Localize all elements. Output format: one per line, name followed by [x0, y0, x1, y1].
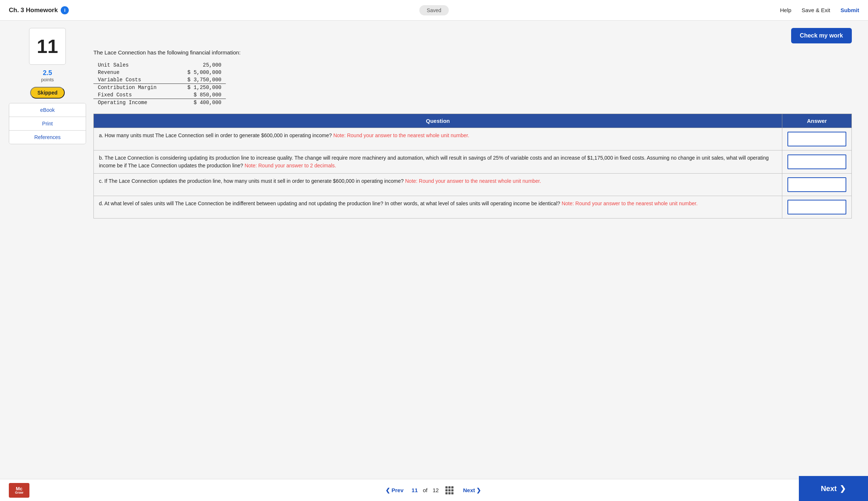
ebook-button[interactable]: eBook [9, 103, 86, 117]
financial-label: Contribution Margin [93, 84, 174, 92]
answer-col-header: Answer [782, 114, 852, 128]
mcgraw-logo: Mc Graw [9, 483, 29, 498]
financial-row: Fixed Costs$ 850,000 [93, 91, 226, 99]
financial-value: $ 3,750,000 [174, 76, 226, 84]
next-pagination-button[interactable]: Next ❯ [460, 486, 484, 495]
question-text: a. How many units must The Lace Connecti… [99, 132, 333, 138]
financial-value: 25,000 [174, 61, 226, 69]
help-link[interactable]: Help [780, 7, 791, 13]
info-icon[interactable]: i [61, 6, 69, 14]
points-value: 2.5 [41, 69, 54, 77]
financial-value: $ 5,000,000 [174, 69, 226, 76]
answer-cell [782, 150, 852, 174]
answer-input-a[interactable] [787, 132, 846, 146]
question-cell: b. The Lace Connection is considering up… [94, 150, 782, 174]
logo-mc: Mc [16, 486, 22, 491]
question-note: Note: Round your answer to 2 decimals. [245, 163, 336, 168]
sidebar-resources: eBook Print References [9, 103, 86, 144]
financial-row: Revenue$ 5,000,000 [93, 69, 226, 76]
financial-row: Contribution Margin$ 1,250,000 [93, 84, 226, 92]
financial-value: $ 850,000 [174, 91, 226, 99]
financial-label: Operating Income [93, 99, 174, 107]
question-number: 11 [37, 35, 58, 57]
question-number-box: 11 [29, 28, 66, 65]
check-work-button[interactable]: Check my work [791, 28, 852, 43]
intro-text: The Lace Connection has the following fi… [93, 49, 852, 56]
prev-label: Prev [392, 487, 404, 493]
footer: Mc Graw ❮ Prev 11 of 12 Next ❯ [0, 479, 868, 501]
financial-row: Operating Income$ 400,000 [93, 99, 226, 107]
prev-chevron-icon: ❮ [385, 487, 390, 494]
financial-value: $ 1,250,000 [174, 84, 226, 92]
question-text: b. The Lace Connection is considering up… [99, 155, 769, 168]
sidebar: 11 2.5 points Skipped eBook Print Refere… [9, 28, 86, 472]
prev-button[interactable]: ❮ Prev [383, 486, 407, 495]
pagination: ❮ Prev 11 of 12 Next ❯ [383, 486, 484, 495]
question-text: d. At what level of sales units will The… [99, 200, 562, 206]
table-row: d. At what level of sales units will The… [94, 196, 852, 218]
page-of-label: of [423, 487, 428, 493]
answer-input-b[interactable] [787, 154, 846, 169]
financial-label: Revenue [93, 69, 174, 76]
answer-cell [782, 196, 852, 218]
points-section: 2.5 points [41, 69, 54, 82]
save-exit-link[interactable]: Save & Exit [802, 7, 830, 13]
next-button[interactable]: Next ❯ [799, 476, 868, 501]
grid-view-button[interactable] [444, 486, 455, 495]
answer-input-d[interactable] [787, 200, 846, 214]
financial-value: $ 400,000 [174, 99, 226, 107]
skipped-badge[interactable]: Skipped [30, 87, 65, 99]
top-nav: Ch. 3 Homework i Saved Help Save & Exit … [0, 0, 868, 21]
financial-row: Variable Costs$ 3,750,000 [93, 76, 226, 84]
answer-cell [782, 174, 852, 196]
page-title: Ch. 3 Homework i [9, 6, 69, 14]
next-btn-label: Next [821, 484, 837, 493]
main-content: 11 2.5 points Skipped eBook Print Refere… [0, 21, 868, 479]
content-area: Check my work The Lace Connection has th… [86, 28, 859, 472]
financial-label: Fixed Costs [93, 91, 174, 99]
question-text: c. If The Lace Connection updates the pr… [99, 178, 405, 184]
submit-link[interactable]: Submit [840, 7, 859, 13]
financial-table: Unit Sales25,000Revenue$ 5,000,000Variab… [93, 61, 226, 106]
print-button[interactable]: Print [9, 117, 86, 131]
logo-graw: Graw [15, 491, 24, 494]
answer-cell [782, 128, 852, 150]
question-note: Note: Round your answer to the nearest w… [333, 132, 469, 138]
question-cell: d. At what level of sales units will The… [94, 196, 782, 218]
next-chevron-icon: ❯ [476, 487, 481, 494]
question-cell: c. If The Lace Connection updates the pr… [94, 174, 782, 196]
grid-icon [445, 486, 453, 494]
table-row: a. How many units must The Lace Connecti… [94, 128, 852, 150]
financial-row: Unit Sales25,000 [93, 61, 226, 69]
table-row: c. If The Lace Connection updates the pr… [94, 174, 852, 196]
answer-input-c[interactable] [787, 177, 846, 192]
table-row: b. The Lace Connection is considering up… [94, 150, 852, 174]
next-label: Next [463, 487, 475, 493]
top-nav-actions: Help Save & Exit Submit [780, 7, 859, 13]
title-text: Ch. 3 Homework [9, 7, 58, 14]
question-cell: a. How many units must The Lace Connecti… [94, 128, 782, 150]
financial-label: Variable Costs [93, 76, 174, 84]
current-page: 11 [412, 487, 418, 493]
saved-badge: Saved [419, 5, 449, 15]
qa-table: Question Answer a. How many units must T… [93, 114, 852, 218]
financial-label: Unit Sales [93, 61, 174, 69]
question-note: Note: Round your answer to the nearest w… [562, 200, 698, 206]
points-label: points [41, 77, 54, 82]
references-button[interactable]: References [9, 131, 86, 144]
question-note: Note: Round your answer to the nearest w… [405, 178, 541, 184]
next-btn-arrow-icon: ❯ [840, 484, 846, 493]
total-pages: 12 [433, 487, 439, 493]
question-col-header: Question [94, 114, 782, 128]
